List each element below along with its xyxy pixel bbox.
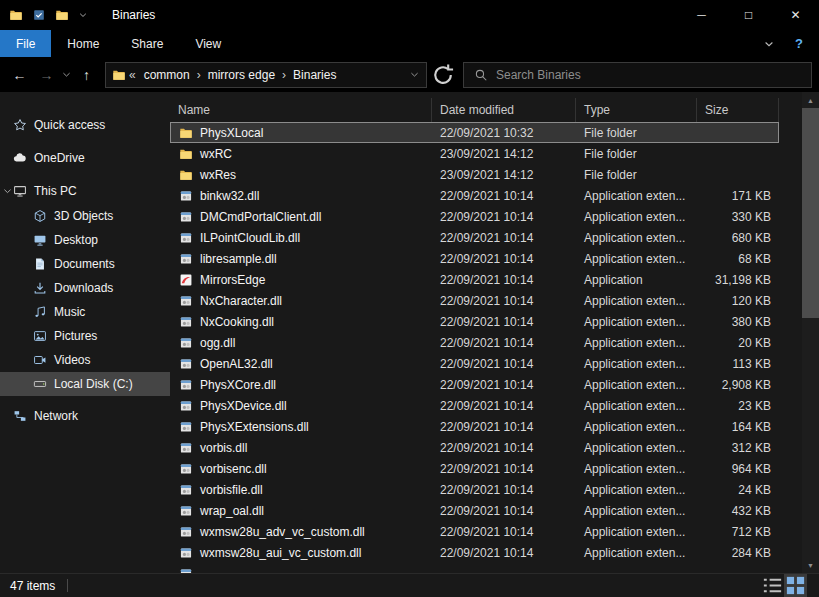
file-type: Application exten... xyxy=(576,315,697,329)
column-header-name[interactable]: Name xyxy=(170,98,432,122)
scroll-up-icon[interactable]: ▲ xyxy=(802,92,819,108)
sidebar-item-this-pc[interactable]: This PC xyxy=(0,178,170,204)
sidebar-item-videos[interactable]: Videos xyxy=(0,348,170,372)
file-row-wxrc[interactable]: wxRC23/09/2021 14:12File folder xyxy=(170,143,779,164)
file-row-vorbis-dll[interactable]: vorbis.dll22/09/2021 10:14Application ex… xyxy=(170,437,779,458)
chevron-down-icon[interactable] xyxy=(2,186,13,197)
file-pane: NameDate modifiedTypeSize PhysXLocal22/0… xyxy=(170,92,819,573)
sidebar-item-downloads[interactable]: Downloads xyxy=(0,276,170,300)
breadcrumb-item-mirrors-edge[interactable]: mirrors edge xyxy=(203,68,280,82)
sidebar-item-label: Quick access xyxy=(34,118,105,132)
file-size: 284 KB xyxy=(697,546,779,560)
sidebar-item-label: Music xyxy=(54,305,85,319)
file-row-wxres[interactable]: wxRes23/09/2021 14:12File folder xyxy=(170,164,779,185)
file-row-physxcore-dll[interactable]: PhysXCore.dll22/09/2021 10:14Application… xyxy=(170,374,779,395)
file-row-physxdevice-dll[interactable]: PhysXDevice.dll22/09/2021 10:14Applicati… xyxy=(170,395,779,416)
sidebar-item-documents[interactable]: Documents xyxy=(0,252,170,276)
file-row-binkw32-dll[interactable]: binkw32.dll22/09/2021 10:14Application e… xyxy=(170,185,779,206)
breadcrumb-item-binaries[interactable]: Binaries xyxy=(288,68,341,82)
forward-button[interactable]: → xyxy=(34,62,59,87)
expand-ribbon-chevron-icon[interactable] xyxy=(763,38,775,50)
up-button[interactable]: ↑ xyxy=(74,62,99,87)
file-row-dmcmdportalclient-dll[interactable]: DMCmdPortalClient.dll22/09/2021 10:14App… xyxy=(170,206,779,227)
pc-icon xyxy=(13,184,27,198)
file-type: Application exten... xyxy=(576,525,697,539)
file-row-physxlocal[interactable]: PhysXLocal22/09/2021 10:32File folder xyxy=(170,122,779,143)
file-row-ogg-dll[interactable]: ogg.dll22/09/2021 10:14Application exten… xyxy=(170,332,779,353)
file-name-cell: vorbisfile.dll xyxy=(170,483,432,497)
file-type: File folder xyxy=(576,147,697,161)
dll-icon xyxy=(179,399,193,413)
file-name: wxRC xyxy=(200,147,232,161)
file-row-physxextensions-dll[interactable]: PhysXExtensions.dll22/09/2021 10:14Appli… xyxy=(170,416,779,437)
file-name-cell: OpenAL32.dll xyxy=(170,357,432,371)
breadcrumb-item-common[interactable]: common xyxy=(139,68,195,82)
breadcrumb-bar[interactable]: « common›mirrors edge›Binaries xyxy=(105,62,427,88)
sidebar-item-network[interactable]: Network xyxy=(0,403,170,429)
file-type: Application xyxy=(576,273,697,287)
sidebar-item-desktop[interactable]: Desktop xyxy=(0,228,170,252)
qat-customize-chevron-icon[interactable] xyxy=(78,10,88,20)
breadcrumb: common›mirrors edge›Binaries xyxy=(139,68,342,82)
address-dropdown-chevron-icon[interactable] xyxy=(409,69,420,80)
file-date: 22/09/2021 10:14 xyxy=(432,294,576,308)
sidebar-item-3d-objects[interactable]: 3D Objects xyxy=(0,204,170,228)
file-row-wxmsw28u-aui-vc-custom-dll[interactable]: wxmsw28u_aui_vc_custom.dll22/09/2021 10:… xyxy=(170,542,779,563)
file-name: vorbisfile.dll xyxy=(200,483,263,497)
tab-home[interactable]: Home xyxy=(51,30,115,57)
search-input[interactable] xyxy=(496,68,801,82)
file-row-partial[interactable] xyxy=(170,563,779,573)
main-area: Quick accessOneDriveThis PC3D ObjectsDes… xyxy=(0,92,819,573)
scroll-down-icon[interactable]: ▼ xyxy=(802,557,819,573)
sidebar-item-pictures[interactable]: Pictures xyxy=(0,324,170,348)
back-button[interactable]: ← xyxy=(7,62,32,87)
qat-new-folder-icon[interactable] xyxy=(55,8,69,22)
tab-view[interactable]: View xyxy=(179,30,237,57)
recent-locations-chevron-icon[interactable] xyxy=(61,69,72,80)
file-type: Application exten... xyxy=(576,504,697,518)
file-date: 22/09/2021 10:14 xyxy=(432,441,576,455)
qat-properties-icon[interactable] xyxy=(32,8,46,22)
close-button[interactable]: ✕ xyxy=(772,0,819,30)
sidebar-item-label: Desktop xyxy=(54,233,98,247)
file-row-vorbisenc-dll[interactable]: vorbisenc.dll22/09/2021 10:14Application… xyxy=(170,458,779,479)
maximize-button[interactable]: □ xyxy=(725,0,772,30)
file-type: File folder xyxy=(576,126,697,140)
minimize-button[interactable]: ─ xyxy=(678,0,725,30)
column-header-type[interactable]: Type xyxy=(576,98,697,122)
breadcrumb-overflow[interactable]: « xyxy=(126,68,139,82)
tab-file[interactable]: File xyxy=(0,30,51,57)
thumbnails-view-button[interactable] xyxy=(784,574,807,597)
dll-icon xyxy=(179,357,193,371)
sidebar-item-local-disk-c[interactable]: Local Disk (C:) xyxy=(0,372,170,396)
file-name: NxCharacter.dll xyxy=(200,294,282,308)
sidebar-item-onedrive[interactable]: OneDrive xyxy=(0,145,170,171)
file-date: 22/09/2021 10:14 xyxy=(432,336,576,350)
refresh-icon[interactable] xyxy=(429,62,457,88)
file-name-cell: libresample.dll xyxy=(170,252,432,266)
vertical-scrollbar[interactable]: ▲ ▼ xyxy=(802,92,819,573)
file-row-mirrorsedge[interactable]: MirrorsEdge22/09/2021 10:14Application31… xyxy=(170,269,779,290)
sidebar-item-quick-access[interactable]: Quick access xyxy=(0,112,170,138)
file-row-nxcooking-dll[interactable]: NxCooking.dll22/09/2021 10:14Application… xyxy=(170,311,779,332)
file-date: 22/09/2021 10:14 xyxy=(432,525,576,539)
column-header-date-modified[interactable]: Date modified xyxy=(432,98,576,122)
file-name: PhysXLocal xyxy=(200,126,263,140)
details-view-button[interactable] xyxy=(761,574,784,597)
file-row-wrap-oal-dll[interactable]: wrap_oal.dll22/09/2021 10:14Application … xyxy=(170,500,779,521)
file-row-ilpointcloudlib-dll[interactable]: ILPointCloudLib.dll22/09/2021 10:14Appli… xyxy=(170,227,779,248)
file-row-openal32-dll[interactable]: OpenAL32.dll22/09/2021 10:14Application … xyxy=(170,353,779,374)
tab-share[interactable]: Share xyxy=(115,30,179,57)
file-row-wxmsw28u-adv-vc-custom-dll[interactable]: wxmsw28u_adv_vc_custom.dll22/09/2021 10:… xyxy=(170,521,779,542)
file-row-nxcharacter-dll[interactable]: NxCharacter.dll22/09/2021 10:14Applicati… xyxy=(170,290,779,311)
scroll-thumb[interactable] xyxy=(802,108,819,318)
file-row-vorbisfile-dll[interactable]: vorbisfile.dll22/09/2021 10:14Applicatio… xyxy=(170,479,779,500)
file-row-libresample-dll[interactable]: libresample.dll22/09/2021 10:14Applicati… xyxy=(170,248,779,269)
file-size: 680 KB xyxy=(697,231,779,245)
file-name: DMCmdPortalClient.dll xyxy=(200,210,321,224)
file-date: 22/09/2021 10:14 xyxy=(432,399,576,413)
items-count: 47 items xyxy=(10,579,55,593)
column-header-size[interactable]: Size xyxy=(697,98,779,122)
sidebar-item-music[interactable]: Music xyxy=(0,300,170,324)
help-icon[interactable]: ? xyxy=(791,36,807,52)
